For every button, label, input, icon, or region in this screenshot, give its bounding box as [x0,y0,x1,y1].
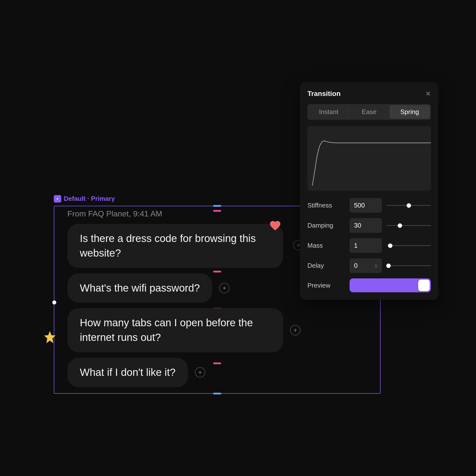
frame-label[interactable]: Default · Primary [54,195,115,203]
play-icon [54,195,61,203]
add-button[interactable] [219,283,230,293]
faq-item[interactable]: How many tabs can I open before the inte… [67,308,367,352]
mass-row: Mass [307,238,431,253]
faq-question: What's the wifi password? [67,273,212,303]
delay-row: Delay s [307,258,431,273]
transition-panel: Transition ✕ Instant Ease Spring Stiffne… [300,82,438,300]
close-icon[interactable]: ✕ [425,90,431,98]
stiffness-input[interactable] [350,198,382,213]
damping-slider[interactable] [387,225,431,226]
faq-question: Is there a dress code for browsing this … [67,224,283,268]
resize-handle-bottom-blue[interactable] [213,393,221,394]
mass-label: Mass [307,242,345,249]
damping-label: Damping [307,222,345,229]
resize-handle-left[interactable] [52,300,56,304]
panel-header: Transition ✕ [307,90,431,98]
faq-question: How many tabs can I open before the inte… [67,308,283,352]
add-button[interactable] [195,367,205,378]
faq-question: What if I don't like it? [67,358,188,387]
preview-thumb [418,280,430,291]
delay-unit: s [375,263,377,269]
faq-item[interactable]: What if I don't like it? [67,358,367,387]
stiffness-slider[interactable] [387,205,431,206]
heart-icon [269,219,281,232]
mass-input[interactable] [350,238,382,253]
damping-input[interactable] [350,218,382,233]
mass-slider[interactable] [387,245,431,246]
preview-toggle[interactable] [350,278,431,292]
tab-instant[interactable]: Instant [308,105,349,119]
transition-type-tabs: Instant Ease Spring [307,104,431,120]
curve-preview [307,126,431,191]
tab-ease[interactable]: Ease [349,105,389,119]
delay-label: Delay [307,262,345,269]
stiffness-label: Stiffness [307,202,345,209]
damping-row: Damping [307,218,431,233]
delay-slider[interactable] [387,265,431,266]
add-button[interactable] [290,325,300,335]
preview-row: Preview [307,278,431,292]
frame-label-text: Default · Primary [64,195,115,203]
tab-spring[interactable]: Spring [389,105,430,119]
preview-label: Preview [307,282,345,289]
stiffness-row: Stiffness [307,198,431,213]
panel-title: Transition [307,90,341,98]
resize-handle-top-blue[interactable] [213,205,221,207]
star-icon [42,330,58,345]
